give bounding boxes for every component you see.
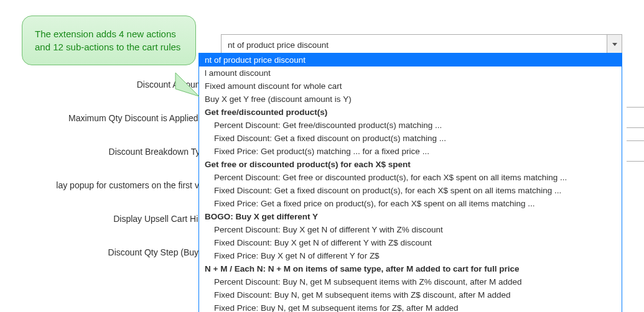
select-option-group[interactable]: Get free/discounted product(s) [199,106,622,119]
select-option-group[interactable]: BOGO: Buy X get different Y [199,210,622,223]
select-option[interactable]: l amount discount [199,67,622,80]
select-option[interactable]: Percent Discount: Get free/discounted pr… [199,119,622,132]
select-option[interactable]: Fixed Price: Buy N, get M subsequent ite… [199,301,622,312]
field-stub [627,107,644,128]
select-option[interactable]: Percent Discount: Buy N, get M subsequen… [199,275,622,288]
select-option[interactable]: Fixed Price: Get product(s) matching ...… [199,145,622,158]
select-option[interactable]: Percent Discount: Get free or discounted… [199,171,622,184]
apply-select-dropdown[interactable]: nt of product price discountl amount dis… [198,53,622,312]
label-max-qty: Maximum Qty Discount is Applied To [0,113,221,123]
select-option[interactable]: Fixed Discount: Get a fixed discount on … [199,132,622,145]
label-qty-step: Discount Qty Step (Buy X) [0,247,221,257]
select-option[interactable]: nt of product price discount [199,53,622,67]
dropdown-arrow-icon[interactable] [607,35,622,55]
select-option-group[interactable]: N + M / Each N: N + M on items of same t… [199,262,622,275]
select-option-group[interactable]: Get free or discounted product(s) for ea… [199,158,622,171]
select-option[interactable]: Fixed Discount: Buy N, get M subsequent … [199,288,622,301]
label-upsell-hints: Display Upsell Cart Hints [0,214,221,224]
select-option[interactable]: Fixed Discount: Get a fixed discount on … [199,184,622,197]
apply-select[interactable]: nt of product price discount [221,34,622,55]
info-callout: The extension adds 4 new actions and 12 … [22,16,196,65]
label-breakdown-type: Discount Breakdown Type [0,147,221,157]
select-option[interactable]: Buy X get Y free (discount amount is Y) [199,93,622,106]
select-option[interactable]: Fixed Price: Buy X get N of different Y … [199,249,622,262]
label-display-popup: lay popup for customers on the first vis… [0,180,221,190]
select-option[interactable]: Fixed Price: Get a fixed price on produc… [199,197,622,210]
field-stub [627,140,644,162]
apply-select-value: nt of product price discount [222,40,607,50]
select-option[interactable]: Fixed amount discount for whole cart [199,80,622,93]
info-callout-text: The extension adds 4 new actions and 12 … [35,29,180,52]
select-option[interactable]: Fixed Discount: Buy X get N of different… [199,236,622,249]
select-option[interactable]: Percent Discount: Buy X get N of differe… [199,223,622,236]
